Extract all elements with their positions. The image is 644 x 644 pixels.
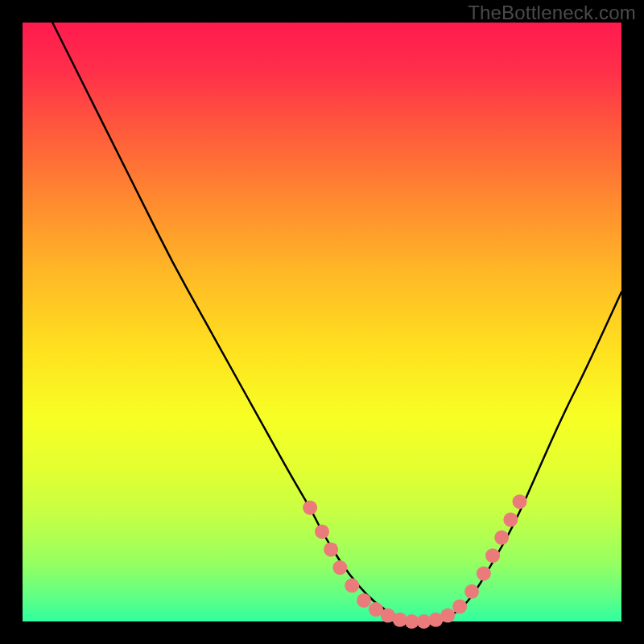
curve-marker	[485, 548, 500, 563]
curve-layer	[23, 23, 621, 621]
curve-marker	[315, 524, 329, 539]
curve-marker	[513, 494, 527, 509]
curve-marker	[440, 609, 455, 623]
curve-marker	[452, 599, 467, 613]
curve-marker	[303, 501, 317, 515]
curve-marker	[503, 513, 518, 527]
curve-marker	[464, 584, 479, 599]
marker-group	[303, 494, 526, 629]
curve-marker	[477, 566, 491, 580]
curve-marker	[324, 543, 338, 557]
chart-frame: TheBottleneck.com	[0, 0, 644, 644]
plot-area	[23, 23, 621, 621]
curve-marker	[345, 578, 359, 592]
bottleneck-curve	[52, 23, 621, 621]
curve-marker	[494, 530, 509, 545]
watermark-text: TheBottleneck.com	[468, 2, 636, 24]
curve-marker	[357, 593, 371, 608]
curve-marker	[332, 560, 347, 575]
